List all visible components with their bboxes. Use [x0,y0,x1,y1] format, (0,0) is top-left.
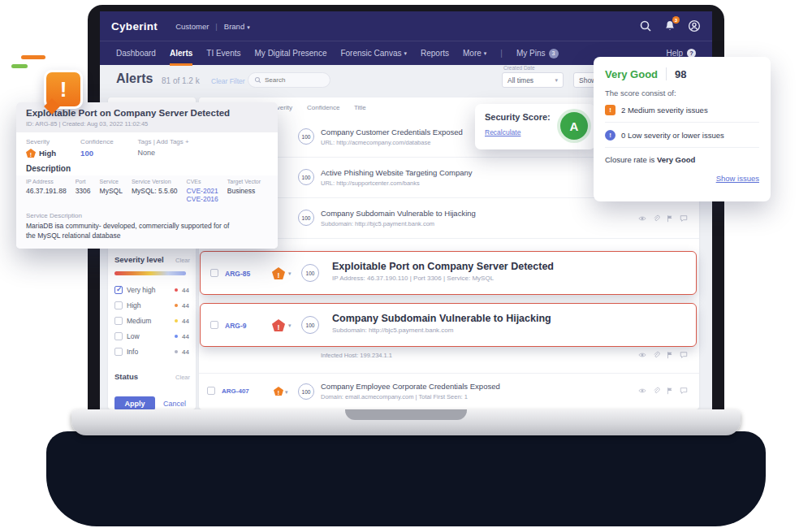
nav-alerts[interactable]: Alerts [170,41,192,66]
closure-rate: Closure rate is Very Good [605,155,759,164]
checkbox-icon[interactable] [114,348,123,356]
paperclip-icon[interactable] [652,387,660,395]
detail-title: Exploitable Port on Company Server Detec… [26,108,268,118]
cve-link[interactable]: CVE-2016 [187,195,218,203]
confidence-badge: 100 [298,383,314,400]
recalculate-link[interactable]: Recalculate [485,128,520,136]
field-target-vector: Target Vector Business [227,179,261,203]
nav-digital-presence[interactable]: My Digital Presence [255,41,327,66]
severity-clear-link[interactable]: Clear [175,257,190,264]
bell-badge: 3 [672,16,680,24]
filter-option-high[interactable]: High 44 [114,300,189,311]
decor-dash-orange [21,55,45,59]
flag-icon[interactable] [666,214,674,223]
decor-dash-green [11,64,28,68]
comment-icon[interactable] [680,387,688,395]
checkbox-icon[interactable] [210,269,218,277]
alert-row[interactable]: ARG-407 ▾ 100 Company Employee Corporate… [199,374,699,409]
filter-label: Low [127,332,171,340]
stage: Cyberint Customer | Brand 3 [0,0,812,528]
field-cves: CVEs CVE-2021 CVE-2016 [187,179,218,203]
cancel-button[interactable]: Cancel [163,400,186,408]
apply-button[interactable]: Apply [114,396,155,410]
field-ip-address: IP Address 46.37.191.88 [26,179,67,203]
comment-icon[interactable] [680,351,688,359]
filter-option-info[interactable]: Info 44 [114,346,189,357]
nav-reports[interactable]: Reports [421,41,449,66]
alert-id-link[interactable]: ARG-9 [225,322,246,330]
chevron-down-icon[interactable]: ▾ [285,389,288,396]
confidence-label: Confidence [80,138,113,145]
paperclip-icon[interactable] [652,214,660,223]
service-description-text: MariaDB isa community- developed, commer… [26,222,237,241]
search-box[interactable] [248,72,330,88]
flag-icon[interactable] [666,351,674,359]
nav-more[interactable]: More [463,41,486,66]
search-input[interactable] [265,76,322,84]
nav-dashboard[interactable]: Dashboard [116,41,156,66]
chevron-down-icon[interactable]: ▾ [288,322,292,329]
filter-option-low[interactable]: Low 44 [114,331,189,342]
show-issues-link[interactable]: Show issues [716,174,759,183]
confidence-value: 100 [80,149,113,158]
severity-dot [175,335,178,338]
search-icon [254,76,261,84]
nav-my-pins[interactable]: My Pins 3 [516,41,559,66]
eye-icon[interactable] [638,387,646,395]
detail-severity: Severity High [26,138,56,158]
alert-row-highlighted[interactable]: ARG-85 ▾ 100 Exploitable Port on Company… [200,251,697,295]
page-title: Alerts [116,71,153,86]
checkbox-icon[interactable] [114,301,123,309]
eye-icon[interactable] [638,214,646,223]
nav-ti-events[interactable]: TI Events [206,41,240,66]
comment-icon[interactable] [680,214,688,223]
field-service: Service MySQL [100,179,123,203]
notifications-bell-icon[interactable]: 3 [663,19,676,32]
score-breakdown-card: Very Good 98 The score consist of: 2 Med… [594,57,771,201]
confidence-badge: 100 [298,210,314,226]
profile-avatar-icon[interactable] [688,19,701,32]
paperclip-icon[interactable] [652,351,660,359]
customer-selector[interactable]: Customer [175,22,209,31]
column-confidence[interactable]: Confidence [307,104,339,111]
tags-label[interactable]: Tags | Add Tags + [138,138,189,145]
created-date-select[interactable]: All times ▾ [502,72,564,88]
alert-id-link[interactable]: ARG-407 [222,387,249,395]
checkbox-icon[interactable] [114,332,123,340]
status-filter-title: Status [114,372,138,381]
alert-row-highlighted[interactable]: ARG-9 ▾ 100 Company Subdomain Vulnerable… [200,303,697,347]
service-description-label: Service Description [26,212,268,219]
alert-title: Company Subdomain Vulnerable to Hijackin… [321,209,476,218]
cve-link[interactable]: CVE-2021 [187,187,218,195]
severity-dot [175,288,178,292]
laptop-base [71,409,741,435]
topbar: Cyberint Customer | Brand 3 [100,11,712,41]
severity-high-icon [274,387,283,396]
alert-subtitle: Domain: email.acmecompany.com | Total Fi… [321,393,500,400]
medium-severity-icon [605,105,615,115]
eye-icon[interactable] [638,351,646,359]
clear-filter-link[interactable]: Clear Filter [211,77,245,85]
brand-selector[interactable]: Brand [224,22,250,31]
column-title[interactable]: Title [354,104,366,111]
confidence-badge: 100 [298,128,314,145]
filter-option-very-high[interactable]: Very high 44 [114,284,189,296]
field-service-version: Service Version MySQL: 5.5.60 [132,179,178,203]
filter-label: Very high [127,286,171,294]
checkbox-icon[interactable] [207,387,215,395]
filter-option-medium[interactable]: Medium 44 [114,315,189,327]
checkbox-icon[interactable] [114,317,123,325]
chevron-down-icon[interactable]: ▾ [288,270,292,277]
checkbox-checked-icon[interactable] [114,286,123,294]
checkbox-icon[interactable] [210,321,218,329]
status-clear-link[interactable]: Clear [175,374,190,381]
service-description: Service Description MariaDB isa communit… [16,208,278,249]
nav-forensic-canvas[interactable]: Forensic Canvas [340,41,407,66]
severity-value: High [39,149,56,158]
low-issues-text: 0 Low severity or lower issues [621,131,724,140]
field-port: Port 3306 [76,179,91,203]
divider [605,122,759,123]
search-icon[interactable] [639,19,652,32]
alert-id-link[interactable]: ARG-85 [225,270,250,278]
flag-icon[interactable] [666,387,674,395]
